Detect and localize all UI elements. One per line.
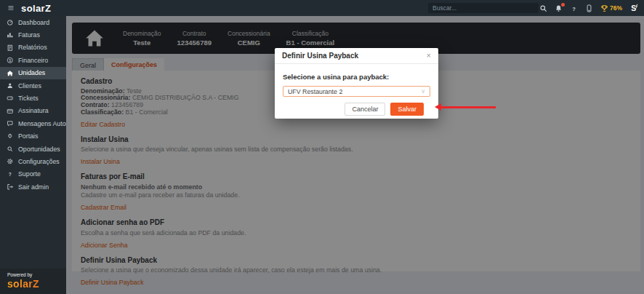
sidebar-item-label: Relatórios [18,44,47,51]
tickets-icon [6,95,15,102]
svg-text:S: S [631,4,636,12]
svg-text:$: $ [9,59,12,63]
sidebar-item-sair-admin[interactable]: Sair admin [0,180,66,193]
modal-title: Definir Usina Payback [282,52,358,60]
svg-text:?: ? [9,172,12,177]
trophy-icon [600,4,608,12]
sidebar-item-dashboard[interactable]: Dashboard [0,16,66,28]
search-icon[interactable] [539,4,547,12]
brand-logo: solarZ [21,3,51,14]
topbar-icons: ? 76% S [539,0,640,16]
device-icon[interactable] [585,4,593,12]
sidebar-item-label: Dashboard [18,19,49,26]
sidebar-item-label: Suporte [18,170,41,178]
definir-usina-payback-modal: Definir Usina Payback × Selecione a usin… [275,48,438,119]
sidebar-item-label: Oportunidades [18,146,60,153]
modal-header: Definir Usina Payback × [275,48,438,64]
logout-icon [6,183,15,191]
help-icon[interactable]: ? [570,4,578,12]
settings-icon [6,158,15,165]
modal-body: Selecione a usina para payback: UFV Rest… [275,64,438,116]
sidebar-item-label: Assinatura [18,107,49,114]
sidebar-item-label: Sair admin [18,183,49,191]
sidebar-item-tickets[interactable]: Tickets [0,92,66,104]
annotation-arrow [435,103,496,111]
usina-select[interactable]: UFV Restaurante 2 ∨ [283,86,430,97]
sidebar-footer: Powered by solarZ [0,269,66,294]
sidebar-nav: Dashboard Faturas Relatórios $ Financeir… [0,16,66,193]
portals-icon [6,132,15,140]
sidebar-item-mensagens-autom-t[interactable]: Mensagens Automát... [0,117,66,130]
sidebar-item-label: Unidades [18,69,45,76]
sidebar-item-assinatura[interactable]: Assinatura [0,105,66,117]
topbar: solarZ ? 76% S [0,0,644,16]
modal-footer: Cancelar Salvar [283,97,430,116]
footer-brand-logo: solarZ [7,278,66,290]
sidebar-item-unidades[interactable]: Unidades [0,67,66,79]
menu-toggle-icon[interactable] [7,4,15,12]
search-input[interactable] [428,3,539,13]
messages-icon [6,120,15,127]
signature-icon [6,108,15,115]
select-usina-label: Selecione a usina para payback: [283,73,430,81]
notification-badge [561,3,565,7]
sidebar-item-faturas[interactable]: Faturas [0,28,66,41]
solarz-mark-icon[interactable]: S [629,3,640,13]
support-icon: ? [6,171,15,178]
svg-text:?: ? [572,5,576,12]
arrow-shaft [440,106,496,108]
sidebar-item-label: Faturas [18,31,40,39]
sidebar: Dashboard Faturas Relatórios $ Financeir… [0,16,66,294]
sidebar-item-label: Mensagens Automát... [18,120,66,127]
sidebar-item-suporte[interactable]: ? Suporte [0,168,66,180]
reports-icon [6,44,15,52]
close-icon[interactable]: × [427,52,431,60]
sidebar-item-oportunidades[interactable]: Oportunidades [0,143,66,155]
clients-icon [6,82,15,90]
sidebar-item-portais[interactable]: Portais [0,130,66,143]
sidebar-item-label: Portais [18,132,38,140]
sidebar-item-label: Configurações [18,158,60,165]
main-content: Denominação Teste Contrato 123456789 Con… [66,16,644,294]
home-icon [6,70,15,77]
finance-icon: $ [6,57,15,64]
invoices-icon [6,31,15,39]
save-button[interactable]: Salvar [390,103,424,116]
sidebar-item-financeiro[interactable]: $ Financeiro [0,54,66,66]
opportunities-icon [6,146,15,153]
sidebar-item-label: Clientes [18,82,41,90]
cancel-button[interactable]: Cancelar [345,103,385,116]
score-indicator[interactable]: 76% [600,4,622,12]
score-percent: 76% [610,4,622,12]
usina-select-value: UFV Restaurante 2 [288,88,342,95]
solarz-app: solarZ ? 76% S Dashboard Faturas [0,0,644,294]
chevron-down-icon: ∨ [421,88,425,95]
sidebar-item-label: Financeiro [18,57,48,64]
dashboard-icon [6,19,15,26]
notifications-bell-icon[interactable] [555,4,563,12]
sidebar-item-label: Tickets [18,95,39,102]
sidebar-item-configura-es[interactable]: Configurações [0,155,66,167]
sidebar-item-clientes[interactable]: Clientes [0,79,66,92]
sidebar-item-relat-rios[interactable]: Relatórios [0,41,66,54]
powered-by-label: Powered by [7,272,66,277]
